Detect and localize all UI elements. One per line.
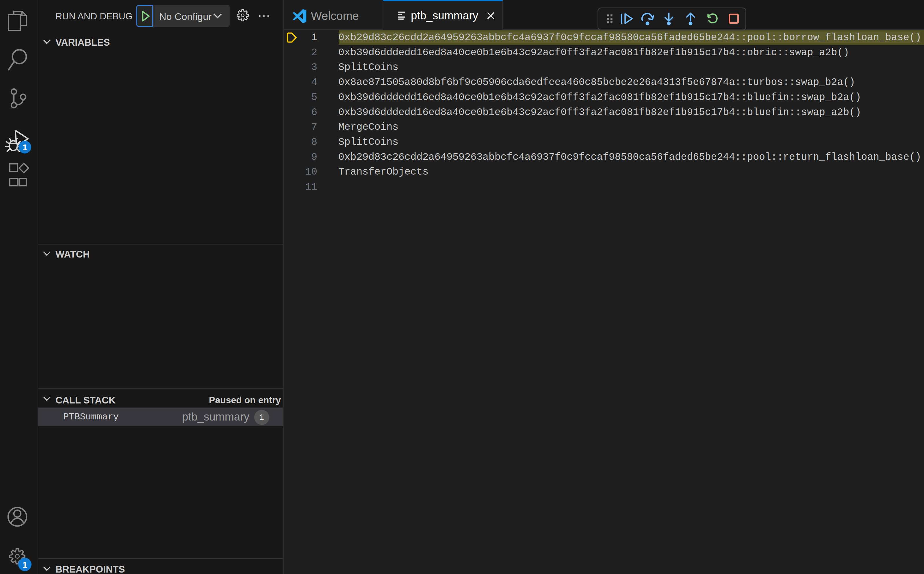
svg-text:1: 1 <box>22 560 27 569</box>
svg-text:1: 1 <box>22 142 27 152</box>
